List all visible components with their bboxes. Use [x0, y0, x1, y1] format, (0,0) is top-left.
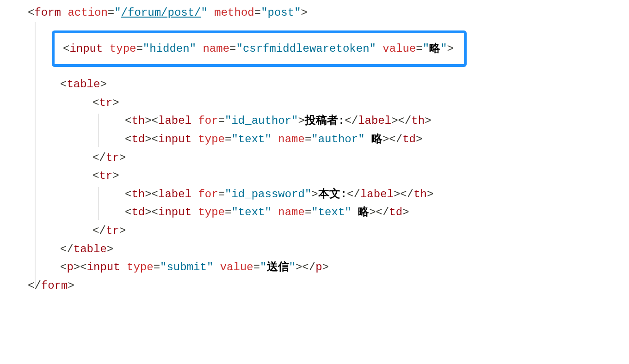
code-line-form-close: </form> [28, 277, 610, 295]
code-line-tr1-open: <tr> [28, 94, 610, 112]
code-line-tr2-close: </tr> [28, 222, 610, 240]
code-line-tr2-td: <td><input type="text" name="text" 略></t… [28, 203, 610, 222]
code-line-submit: <p><input type="submit" value="送信"></p> [28, 258, 610, 277]
highlight-box: <input type="hidden" name="csrfmiddlewar… [52, 30, 467, 67]
code-line-table-close: </table> [28, 240, 610, 259]
code-line-tr1-close: </tr> [28, 149, 610, 167]
code-line-tr2-open: <tr> [28, 167, 610, 185]
code-line-tr2-th: <th><label for="id_password">本文:</label>… [28, 185, 610, 204]
code-line-table-open: <table> [28, 75, 610, 94]
code-line-tr1-td: <td><input type="text" name="author" 略><… [28, 130, 610, 149]
code-snippet: <form action="/forum/post/" method="post… [0, 0, 629, 304]
code-line-form-open: <form action="/forum/post/" method="post… [28, 4, 610, 22]
code-line-hidden-input: <input type="hidden" name="csrfmiddlewar… [63, 40, 454, 58]
code-line-tr1-th: <th><label for="id_author">投稿者:</label><… [28, 112, 610, 130]
